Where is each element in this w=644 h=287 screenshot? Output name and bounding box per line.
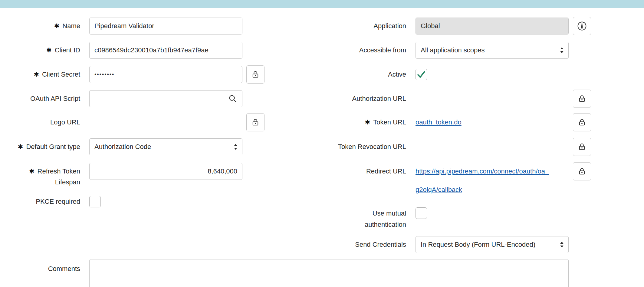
required-asterisk: ✱ [54,21,60,31]
accessible-from-select[interactable]: All application scopes [416,42,569,59]
redirect-url-link-line1[interactable]: https://api.pipedream.com/connect/oauth/… [416,166,572,177]
pkce-required-label-text: PKCE required [36,198,80,205]
oauth-api-script-label: OAuth API Script [6,93,80,104]
token-url-lock-button[interactable] [573,113,591,131]
token-revocation-url-label: Token Revocation URL [303,141,406,152]
active-checkbox[interactable] [416,69,427,80]
accessible-from-label-text: Accessible from [359,46,406,54]
redirect-url-link-line2[interactable]: g2oiqA/callback [416,184,572,195]
client-id-label-text: Client ID [55,46,80,54]
refresh-token-lifespan-label-line2: Lifespan [6,177,80,188]
lock-icon [578,94,586,103]
lock-icon [251,118,260,127]
application-info-button[interactable] [573,17,591,35]
application-readonly-field: Global [416,18,569,35]
oauth-api-script-field [89,90,242,107]
token-url-label: ✱Token URL [303,117,406,128]
required-asterisk: ✱ [29,166,34,177]
redirect-url-link[interactable]: https://api.pipedream.com/connect/oauth/… [416,166,572,195]
authorization-url-label: Authorization URL [303,93,406,104]
comments-label-text: Comments [48,265,80,272]
pkce-required-label: PKCE required [6,196,80,207]
logo-url-label: Logo URL [6,117,80,128]
client-secret-lock-button[interactable] [246,65,264,84]
redirect-url-label-text: Redirect URL [366,167,406,175]
use-mutual-authentication-label: Use mutual authentication [303,208,406,230]
accessible-from-label: Accessible from [303,45,406,56]
lock-icon [578,118,586,127]
comments-textarea[interactable] [89,259,569,287]
application-label: Application [303,21,406,31]
required-asterisk: ✱ [34,69,39,80]
client-secret-label-text: Client Secret [42,71,80,78]
client-id-input[interactable] [89,42,242,59]
logo-url-label-text: Logo URL [50,118,80,126]
use-mutual-authentication-label-line2: authentication [303,219,406,230]
search-icon [228,94,237,103]
token-revocation-url-label-text: Token Revocation URL [338,143,406,150]
lock-icon [251,70,260,79]
checkmark-icon [416,70,426,79]
client-secret-label: ✱Client Secret [6,69,80,80]
name-input[interactable] [89,18,242,35]
default-grant-type-label-text: Default Grant type [26,143,80,150]
application-value: Global [421,22,440,30]
default-grant-type-select[interactable]: Authorization Code [89,138,242,155]
application-label-text: Application [373,22,406,30]
select-arrows-icon [233,143,238,151]
required-asterisk: ✱ [46,45,52,56]
oauth-api-script-input[interactable] [89,90,223,107]
lock-icon [578,143,586,151]
client-id-label: ✱Client ID [6,45,80,56]
send-credentials-label: Send Credentials [303,239,406,250]
default-grant-type-value: Authorization Code [94,143,151,151]
required-asterisk: ✱ [365,117,370,128]
pkce-required-checkbox[interactable] [89,196,101,207]
logo-url-lock-button[interactable] [246,113,264,131]
refresh-token-lifespan-label: ✱Refresh Token Lifespan [6,166,80,188]
active-label-text: Active [388,71,406,78]
token-revocation-url-lock-button[interactable] [573,138,591,156]
required-asterisk: ✱ [18,141,23,152]
name-label-text: Name [62,22,80,30]
oauth-api-script-lookup-button[interactable] [223,90,242,107]
comments-label: Comments [6,263,80,274]
oauth-api-script-label-text: OAuth API Script [30,95,80,102]
send-credentials-select[interactable]: In Request Body (Form URL-Encoded) [416,236,569,253]
authorization-url-lock-button[interactable] [573,90,591,108]
accessible-from-value: All application scopes [421,46,485,54]
top-accent-bar [0,0,644,8]
oauth-application-registry-form: ✱Name ✱Client ID ✱Client Secret OAuth AP… [0,0,644,287]
authorization-url-label-text: Authorization URL [352,95,406,102]
select-arrows-icon [560,241,564,249]
client-secret-input[interactable] [89,66,242,83]
info-icon [577,21,587,31]
token-url-label-text: Token URL [373,118,406,126]
use-mutual-authentication-checkbox[interactable] [416,207,427,219]
active-label: Active [303,69,406,80]
redirect-url-lock-button[interactable] [573,162,591,180]
default-grant-type-label: ✱Default Grant type [6,141,80,152]
refresh-token-lifespan-label-line1: Refresh Token [38,167,80,175]
use-mutual-authentication-label-line1: Use mutual [303,208,406,219]
token-url-link[interactable]: oauth_token.do [416,117,462,128]
refresh-token-lifespan-input[interactable] [89,163,242,180]
name-label: ✱Name [6,21,80,31]
redirect-url-label: Redirect URL [303,166,406,177]
send-credentials-value: In Request Body (Form URL-Encoded) [421,241,535,249]
send-credentials-label-text: Send Credentials [355,241,406,248]
lock-icon [578,167,586,176]
select-arrows-icon [560,46,564,54]
